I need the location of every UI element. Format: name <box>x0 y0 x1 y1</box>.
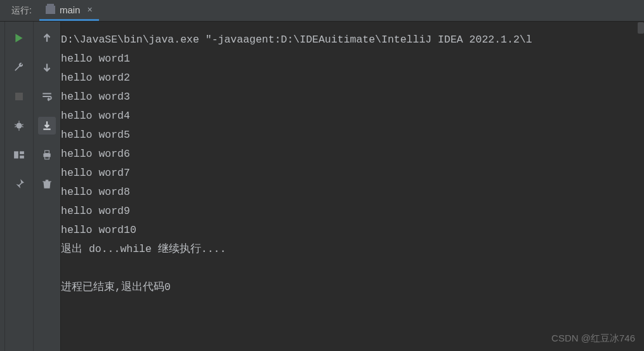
trash-icon <box>41 178 53 190</box>
svg-rect-11 <box>45 150 49 154</box>
svg-rect-9 <box>20 156 24 159</box>
scroll-to-end-button[interactable] <box>38 117 56 135</box>
console-line: hello word7 <box>61 164 644 183</box>
play-icon <box>13 32 25 44</box>
pin-tab-button[interactable] <box>10 175 28 193</box>
dump-threads-button[interactable] <box>10 117 28 135</box>
layout-icon <box>13 149 25 161</box>
stop-icon <box>15 93 23 100</box>
arrow-down-icon <box>41 62 53 73</box>
console-line: hello word10 <box>61 221 644 240</box>
run-tab-main[interactable]: main × <box>39 0 99 21</box>
gutter <box>0 22 5 351</box>
svg-point-0 <box>16 123 22 129</box>
close-icon[interactable]: × <box>87 4 92 15</box>
run-label: 运行: <box>0 0 39 21</box>
console-output[interactable]: D:\JavaSE\bin\java.exe "-javaagent:D:\ID… <box>61 22 644 351</box>
layout-settings-button[interactable] <box>10 146 28 164</box>
print-icon <box>41 149 53 161</box>
svg-rect-8 <box>20 151 24 154</box>
vertical-scrollbar-thumb[interactable] <box>638 22 644 34</box>
scroll-to-end-icon <box>41 120 53 131</box>
svg-line-3 <box>15 124 16 125</box>
stop-button[interactable] <box>10 88 28 105</box>
modify-run-config-button[interactable] <box>10 58 28 76</box>
console-line: hello word3 <box>61 88 644 107</box>
console-line: hello word5 <box>61 126 644 145</box>
svg-line-6 <box>22 126 23 127</box>
soft-wrap-button[interactable] <box>38 88 56 105</box>
toolbar-run-actions <box>5 22 33 351</box>
console-line: hello word8 <box>61 183 644 202</box>
soft-wrap-icon <box>41 91 53 102</box>
console-line: 退出 do...while 继续执行.... <box>61 240 644 259</box>
pin-icon <box>13 178 25 190</box>
up-stack-button[interactable] <box>38 29 56 47</box>
console-line <box>61 259 644 278</box>
watermark-text: CSDN @红豆冰746 <box>551 333 635 345</box>
rerun-button[interactable] <box>10 29 28 47</box>
svg-line-5 <box>15 126 16 127</box>
down-stack-button[interactable] <box>38 58 56 76</box>
svg-rect-7 <box>14 151 18 158</box>
application-icon <box>46 6 55 14</box>
toolbar-console-actions <box>33 22 61 351</box>
debug-icon <box>13 120 25 131</box>
console-line: hello word2 <box>61 69 644 88</box>
console-line: hello word6 <box>61 145 644 164</box>
tab-title: main <box>60 4 81 15</box>
run-tool-tabbar: 运行: main × <box>0 0 644 22</box>
wrench-icon <box>13 62 25 73</box>
clear-all-button[interactable] <box>38 175 56 193</box>
console-line: hello word4 <box>61 107 644 126</box>
console-line: 进程已结束,退出代码0 <box>61 278 644 297</box>
svg-line-4 <box>22 124 23 125</box>
print-button[interactable] <box>38 146 56 164</box>
console-line: D:\JavaSE\bin\java.exe "-javaagent:D:\ID… <box>61 30 644 50</box>
arrow-up-icon <box>41 32 53 44</box>
console-line: hello word1 <box>61 50 644 69</box>
console-line: hello word9 <box>61 202 644 221</box>
